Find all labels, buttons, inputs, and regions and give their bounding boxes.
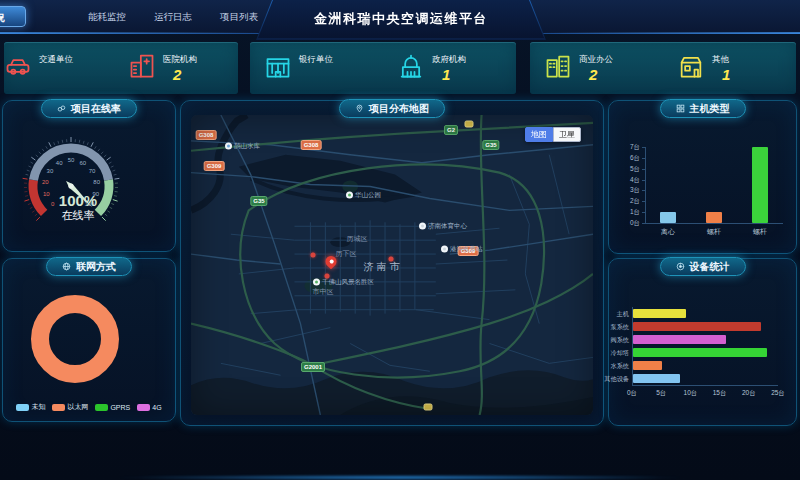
poi-ring-icon	[346, 192, 353, 199]
district-label: 历城区	[347, 234, 368, 244]
stat-value: 1	[722, 67, 730, 82]
project-dot-marker[interactable]	[325, 274, 330, 279]
legend-item[interactable]: 4G	[137, 402, 161, 412]
government-icon	[397, 52, 425, 84]
page-title: 金洲科瑞中央空调运维平台	[314, 10, 488, 28]
stat-item: 政府机构1	[383, 42, 516, 94]
legend-item[interactable]: 以太网	[52, 402, 88, 412]
legend-item[interactable]: GPRS	[95, 402, 130, 412]
device-stats-chart: 主机泵系统阀系统冷却塔水系统其他设备0台5台10台15台20台25台	[615, 283, 790, 419]
road-badge	[424, 404, 433, 411]
host-type-chart: 0台1台2台3台4台5台6台7台离心螺杆螺杆	[615, 125, 790, 247]
legend-label: 未知	[31, 402, 45, 412]
poi-marker: 鹊山水库	[225, 142, 260, 151]
stat-value: 1	[442, 67, 466, 82]
road-badge: G2001	[301, 362, 325, 372]
bar	[706, 212, 722, 223]
stats-row: 交通单位医院机构2银行单位政府机构1商业办公2其他1	[0, 42, 800, 94]
road-badge: G309	[204, 161, 225, 171]
project-dot-marker[interactable]	[311, 253, 316, 258]
stat-info: 银行单位	[299, 54, 333, 82]
svg-text:70: 70	[89, 168, 96, 174]
map-canvas[interactable]: G308G308G309G309G2G35G35G2001鹊山水库华山公园济南体…	[191, 115, 593, 415]
bar	[633, 361, 662, 370]
bar	[633, 309, 686, 318]
poi-dot-icon	[443, 248, 446, 251]
svg-text:30: 30	[47, 168, 54, 174]
road-badge: G2	[444, 125, 458, 135]
y-tick-label: 0台	[615, 219, 640, 227]
y-tick-label: 4台	[615, 176, 640, 184]
panel-device-stats: 设备统计 主机泵系统阀系统冷却塔水系统其他设备0台5台10台15台20台25台	[608, 258, 797, 426]
poi-dot-icon	[421, 225, 424, 228]
network-legend: 未知以太网GPRS4G	[3, 402, 175, 412]
x-tick-label: 0台	[621, 388, 643, 397]
svg-text:80: 80	[93, 179, 100, 185]
panel-host-type: 主机类型 0台1台2台3台4台5台6台7台离心螺杆螺杆	[608, 100, 797, 254]
y-category-label: 泵系统	[603, 323, 629, 331]
poi-ring-icon	[441, 246, 448, 253]
y-tick-mark	[642, 147, 645, 148]
stat-value: 2	[173, 67, 197, 82]
y-category-label: 阀系统	[603, 336, 629, 344]
road-badge: G35	[482, 140, 499, 150]
svg-text:10: 10	[43, 191, 50, 197]
network-donut-chart	[3, 285, 177, 395]
stat-item: 其他1	[663, 42, 796, 94]
panel-project-map: 项目分布地图	[180, 100, 604, 426]
stat-value	[49, 67, 73, 82]
stat-label: 交通单位	[39, 54, 73, 66]
hospital-icon	[128, 52, 156, 84]
legend-swatch	[16, 404, 29, 411]
bank-icon	[264, 52, 292, 84]
stat-card: 银行单位政府机构1	[250, 42, 516, 94]
tab-energy-monitor[interactable]: 能耗监控	[88, 11, 126, 24]
legend-item[interactable]: 未知	[16, 402, 45, 412]
x-category-label: 螺杆	[740, 227, 780, 236]
online-rate-gauge: 0102030405060708090100100%在线率	[3, 133, 177, 249]
poi-dot-icon	[227, 145, 230, 148]
bar	[660, 212, 676, 223]
map-type-map-button[interactable]: 地图	[525, 127, 553, 142]
tab-run-log[interactable]: 运行日志	[154, 11, 192, 24]
bar	[633, 374, 680, 383]
poi-marker: 千佛山风景名胜区	[313, 278, 374, 287]
target-icon	[676, 262, 685, 271]
stat-label: 商业办公	[579, 54, 613, 66]
bar	[752, 147, 768, 223]
panel-title: 主机类型	[690, 102, 730, 116]
title-banner: 金洲科瑞中央空调运维平台	[256, 0, 546, 40]
panel-header: 联网方式	[46, 257, 132, 276]
tab-overview[interactable]: 概况	[0, 6, 26, 27]
map-type-switcher: 地图卫星	[525, 127, 581, 142]
svg-text:0: 0	[51, 201, 55, 207]
poi-ring-icon	[225, 143, 232, 150]
x-tick-label: 10台	[679, 388, 701, 397]
road-badge: G308	[301, 140, 322, 150]
tab-project-list[interactable]: 项目列表	[220, 11, 258, 24]
y-tick-mark	[642, 212, 645, 213]
map-type-satellite-button[interactable]: 卫星	[553, 127, 581, 142]
x-category-label: 螺杆	[694, 227, 734, 236]
stat-value: 2	[589, 67, 613, 82]
y-tick-label: 7台	[615, 143, 640, 151]
stat-info: 医院机构2	[163, 54, 197, 82]
city-label: 济南市	[364, 260, 403, 274]
poi-marker: 华山公园	[346, 191, 381, 200]
map-pin-icon	[355, 104, 364, 113]
x-axis-line	[632, 385, 778, 386]
y-tick-label: 5台	[615, 165, 640, 173]
y-category-label: 其他设备	[603, 375, 629, 383]
grid-icon	[676, 104, 685, 113]
y-tick-mark	[642, 201, 645, 202]
stat-info: 商业办公2	[579, 54, 613, 82]
poi-label: 港沟收费站	[450, 245, 483, 254]
shop-icon	[677, 52, 705, 84]
project-dot-marker[interactable]	[389, 257, 394, 262]
poi-ring-icon	[419, 223, 426, 230]
stat-info: 交通单位	[39, 54, 73, 82]
panel-network-mode: 联网方式 未知以太网GPRS4G	[2, 258, 176, 422]
poi-ring-icon	[313, 279, 320, 286]
stat-label: 医院机构	[163, 54, 197, 66]
panel-header: 主机类型	[660, 99, 746, 118]
